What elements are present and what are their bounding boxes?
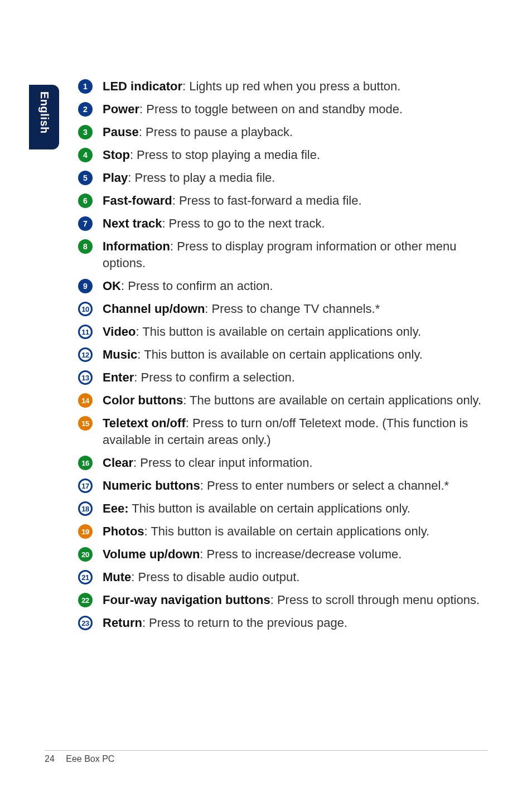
item-number-badge: 21 [78,570,93,584]
item-number-badge: 2 [78,102,93,117]
item-title: Four-way navigation buttons [103,593,270,607]
item-number-badge: 5 [78,171,93,185]
page-footer: 24 Eee Box PC [45,750,487,764]
list-item: 19Photos: This button is available on ce… [78,523,487,540]
item-text: Teletext on/off: Press to turn on/off Te… [103,415,487,448]
item-description: : This button is available on certain ap… [137,347,423,361]
item-text: Music: This button is available on certa… [103,346,423,363]
page-number: 24 [45,754,55,764]
list-item: 18Eee: This button is available on certa… [78,500,487,517]
item-text: Next track: Press to go to the next trac… [103,215,325,232]
item-description: : Lights up red when you press a button. [182,79,400,93]
list-item: 10Channel up/down: Press to change TV ch… [78,301,487,317]
item-text: Volume up/down: Press to increase/decrea… [103,546,402,563]
list-item: 11Video: This button is available on cer… [78,323,487,340]
list-item: 5Play: Press to play a media file. [78,170,487,186]
item-title: Pause [103,125,139,139]
item-title: Channel up/down [103,302,205,316]
list-item: 4Stop: Press to stop playing a media fil… [78,147,487,163]
item-description: : This button is available on certain ap… [144,524,430,538]
item-text: Fast-foward: Press to fast-forward a med… [103,192,362,209]
item-number-badge: 6 [78,194,93,208]
item-number-badge: 23 [78,616,93,630]
list-item: 3Pause: Press to pause a playback. [78,124,487,141]
item-title: Return [103,616,142,630]
item-description: : Press to play a media file. [128,171,275,185]
item-title: Clear [103,456,133,470]
item-number-badge: 18 [78,501,93,516]
item-text: Four-way navigation buttons: Press to sc… [103,592,480,608]
item-number-badge: 13 [78,370,93,385]
item-title: Power [103,102,139,116]
item-title: Enter [103,370,134,384]
item-number-badge: 15 [78,416,93,431]
item-description: : Press to disable audio output. [131,570,299,584]
item-text: Power: Press to toggle between on and st… [103,101,403,118]
item-text: Eee: This button is available on certain… [103,500,410,517]
item-title: OK [103,279,121,293]
item-text: Channel up/down: Press to change TV chan… [103,301,380,317]
list-item: 13Enter: Press to confirm a selection. [78,369,487,386]
list-item: 2Power: Press to toggle between on and s… [78,101,487,118]
item-number-badge: 8 [78,239,93,254]
language-tab: English [29,85,59,149]
item-number-badge: 17 [78,479,93,493]
item-title: Photos [103,524,144,538]
list-item: 14Color buttons: The buttons are availab… [78,392,487,409]
item-description: : Press to increase/decrease volume. [200,547,402,561]
item-text: Information: Press to display program in… [103,238,487,272]
list-item: 21Mute: Press to disable audio output. [78,569,487,586]
item-number-badge: 22 [78,593,93,607]
item-text: Numeric buttons: Press to enter numbers … [103,477,449,494]
item-description: : This button is available on certain ap… [136,325,422,339]
item-description: : Press to confirm an action. [121,279,273,293]
item-title: Stop [103,148,130,162]
item-text: Return: Press to return to the previous … [103,615,347,631]
item-number-badge: 20 [78,547,93,562]
list-item: 9OK: Press to confirm an action. [78,278,487,294]
item-description: : Press to enter numbers or select a cha… [200,479,449,492]
item-text: Enter: Press to confirm a selection. [103,369,295,386]
item-description: : Press to fast-forward a media file. [172,194,362,207]
item-number-badge: 3 [78,125,93,139]
item-text: LED indicator: Lights up red when you pr… [103,78,400,95]
item-description: : The buttons are available on certain a… [183,393,481,407]
item-number-badge: 4 [78,148,93,162]
item-description: : Press to pause a playback. [139,125,293,139]
item-title: Play [103,171,128,185]
item-number-badge: 12 [78,347,93,362]
language-label: English [38,91,51,134]
item-number-badge: 9 [78,279,93,293]
item-title: Fast-foward [103,194,172,207]
item-title: LED indicator [103,79,182,93]
item-title: Next track [103,216,162,230]
item-title: Volume up/down [103,547,200,561]
item-text: Clear: Press to clear input information. [103,455,313,471]
item-description: : Press to toggle between on and standby… [139,102,403,116]
item-text: Mute: Press to disable audio output. [103,569,299,586]
item-number-badge: 14 [78,393,93,408]
item-text: Video: This button is available on certa… [103,323,421,340]
list-item: 23Return: Press to return to the previou… [78,615,487,631]
item-title: Video [103,325,136,339]
item-description: : Press to confirm a selection. [134,370,295,384]
item-description: : Press to clear input information. [133,456,313,470]
item-description: : Press to scroll through menu options. [270,593,480,607]
list-item: 6Fast-foward: Press to fast-forward a me… [78,192,487,209]
item-description: : Press to change TV channels.* [205,302,380,316]
button-definition-list: 1LED indicator: Lights up red when you p… [78,78,487,631]
item-text: Color buttons: The buttons are available… [103,392,481,409]
list-item: 20Volume up/down: Press to increase/decr… [78,546,487,563]
item-title: Teletext on/off [103,416,186,430]
item-text: Stop: Press to stop playing a media file… [103,147,320,163]
item-number-badge: 1 [78,79,93,94]
list-item: 16Clear: Press to clear input informatio… [78,455,487,471]
item-number-badge: 16 [78,456,93,470]
page: English 1LED indicator: Lights up red wh… [0,0,532,802]
item-text: Photos: This button is available on cert… [103,523,429,540]
item-number-badge: 11 [78,325,93,339]
list-item: 1LED indicator: Lights up red when you p… [78,78,487,95]
item-text: Play: Press to play a media file. [103,170,275,186]
list-item: 17Numeric buttons: Press to enter number… [78,477,487,494]
item-title: Color buttons [103,393,183,407]
